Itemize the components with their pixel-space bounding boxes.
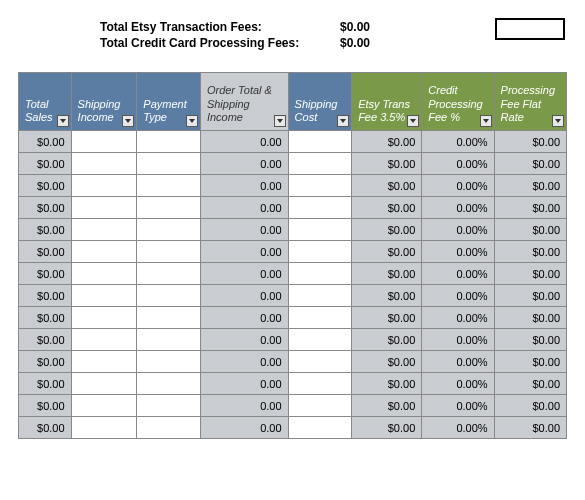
cc-pct-cell[interactable]: 0.00% [422,131,494,153]
cc-pct-cell[interactable]: 0.00% [422,197,494,219]
cc-flat-cell[interactable]: $0.00 [494,197,566,219]
order-total-cell[interactable]: 0.00 [200,351,288,373]
cc-pct-cell[interactable]: 0.00% [422,395,494,417]
cc-flat-cell[interactable]: $0.00 [494,285,566,307]
cc-pct-cell[interactable]: 0.00% [422,329,494,351]
filter-icon[interactable] [552,115,564,127]
shipping-income-cell[interactable] [71,175,137,197]
payment-type-cell[interactable] [137,241,201,263]
cc-pct-cell[interactable]: 0.00% [422,307,494,329]
shipping-income-cell[interactable] [71,395,137,417]
sales-cell[interactable]: $0.00 [19,131,72,153]
order-total-cell[interactable]: 0.00 [200,153,288,175]
order-total-cell[interactable]: 0.00 [200,417,288,439]
payment-type-cell[interactable] [137,307,201,329]
shipping-cost-cell[interactable] [288,175,352,197]
cc-pct-cell[interactable]: 0.00% [422,373,494,395]
order-total-cell[interactable]: 0.00 [200,241,288,263]
filter-icon[interactable] [337,115,349,127]
cc-flat-cell[interactable]: $0.00 [494,241,566,263]
shipping-cost-cell[interactable] [288,219,352,241]
shipping-cost-cell[interactable] [288,329,352,351]
header-total-sales[interactable]: Total Sales [19,73,72,131]
shipping-income-cell[interactable] [71,197,137,219]
sales-cell[interactable]: $0.00 [19,417,72,439]
shipping-income-cell[interactable] [71,351,137,373]
cc-pct-cell[interactable]: 0.00% [422,153,494,175]
etsy-fee-cell[interactable]: $0.00 [352,263,422,285]
shipping-income-cell[interactable] [71,307,137,329]
header-order-total[interactable]: Order Total & Shipping Income [200,73,288,131]
sales-cell[interactable]: $0.00 [19,241,72,263]
shipping-cost-cell[interactable] [288,241,352,263]
order-total-cell[interactable]: 0.00 [200,197,288,219]
sales-cell[interactable]: $0.00 [19,351,72,373]
etsy-fee-cell[interactable]: $0.00 [352,329,422,351]
shipping-income-cell[interactable] [71,373,137,395]
etsy-fee-cell[interactable]: $0.00 [352,241,422,263]
etsy-fee-cell[interactable]: $0.00 [352,131,422,153]
cc-flat-cell[interactable]: $0.00 [494,307,566,329]
sales-cell[interactable]: $0.00 [19,307,72,329]
header-cc-pct[interactable]: Credit Processing Fee % [422,73,494,131]
payment-type-cell[interactable] [137,417,201,439]
payment-type-cell[interactable] [137,263,201,285]
filter-icon[interactable] [122,115,134,127]
header-shipping-income[interactable]: Shipping Income [71,73,137,131]
shipping-income-cell[interactable] [71,263,137,285]
etsy-fee-cell[interactable]: $0.00 [352,153,422,175]
payment-type-cell[interactable] [137,329,201,351]
shipping-income-cell[interactable] [71,285,137,307]
sales-cell[interactable]: $0.00 [19,329,72,351]
order-total-cell[interactable]: 0.00 [200,307,288,329]
cc-flat-cell[interactable]: $0.00 [494,219,566,241]
shipping-cost-cell[interactable] [288,373,352,395]
cc-pct-cell[interactable]: 0.00% [422,285,494,307]
order-total-cell[interactable]: 0.00 [200,175,288,197]
etsy-fee-cell[interactable]: $0.00 [352,351,422,373]
etsy-fee-cell[interactable]: $0.00 [352,197,422,219]
payment-type-cell[interactable] [137,131,201,153]
cc-flat-cell[interactable]: $0.00 [494,263,566,285]
filter-icon[interactable] [274,115,286,127]
etsy-fee-cell[interactable]: $0.00 [352,307,422,329]
cc-pct-cell[interactable]: 0.00% [422,241,494,263]
shipping-cost-cell[interactable] [288,263,352,285]
etsy-fee-cell[interactable]: $0.00 [352,285,422,307]
sales-cell[interactable]: $0.00 [19,395,72,417]
payment-type-cell[interactable] [137,175,201,197]
etsy-fee-cell[interactable]: $0.00 [352,417,422,439]
order-total-cell[interactable]: 0.00 [200,329,288,351]
shipping-cost-cell[interactable] [288,307,352,329]
etsy-fee-cell[interactable]: $0.00 [352,395,422,417]
order-total-cell[interactable]: 0.00 [200,395,288,417]
shipping-income-cell[interactable] [71,417,137,439]
order-total-cell[interactable]: 0.00 [200,373,288,395]
cc-pct-cell[interactable]: 0.00% [422,263,494,285]
filter-icon[interactable] [57,115,69,127]
cc-pct-cell[interactable]: 0.00% [422,351,494,373]
cc-flat-cell[interactable]: $0.00 [494,395,566,417]
etsy-fee-cell[interactable]: $0.00 [352,175,422,197]
cc-flat-cell[interactable]: $0.00 [494,175,566,197]
payment-type-cell[interactable] [137,285,201,307]
shipping-cost-cell[interactable] [288,131,352,153]
header-payment-type[interactable]: Payment Type [137,73,201,131]
payment-type-cell[interactable] [137,351,201,373]
sales-cell[interactable]: $0.00 [19,373,72,395]
cc-pct-cell[interactable]: 0.00% [422,417,494,439]
cc-pct-cell[interactable]: 0.00% [422,175,494,197]
header-shipping-cost[interactable]: Shipping Cost [288,73,352,131]
cc-flat-cell[interactable]: $0.00 [494,351,566,373]
sales-cell[interactable]: $0.00 [19,219,72,241]
shipping-cost-cell[interactable] [288,351,352,373]
payment-type-cell[interactable] [137,395,201,417]
cc-flat-cell[interactable]: $0.00 [494,153,566,175]
shipping-cost-cell[interactable] [288,197,352,219]
filter-icon[interactable] [480,115,492,127]
shipping-cost-cell[interactable] [288,285,352,307]
cc-flat-cell[interactable]: $0.00 [494,417,566,439]
filter-icon[interactable] [186,115,198,127]
shipping-cost-cell[interactable] [288,417,352,439]
order-total-cell[interactable]: 0.00 [200,263,288,285]
